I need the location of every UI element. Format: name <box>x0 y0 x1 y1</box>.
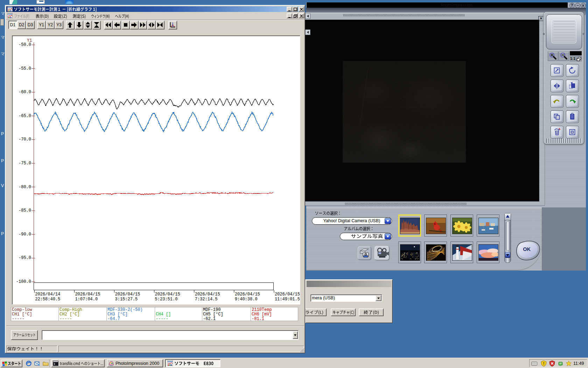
svg-text:OK: OK <box>523 246 531 252</box>
svg-text:!: ! <box>543 361 545 366</box>
